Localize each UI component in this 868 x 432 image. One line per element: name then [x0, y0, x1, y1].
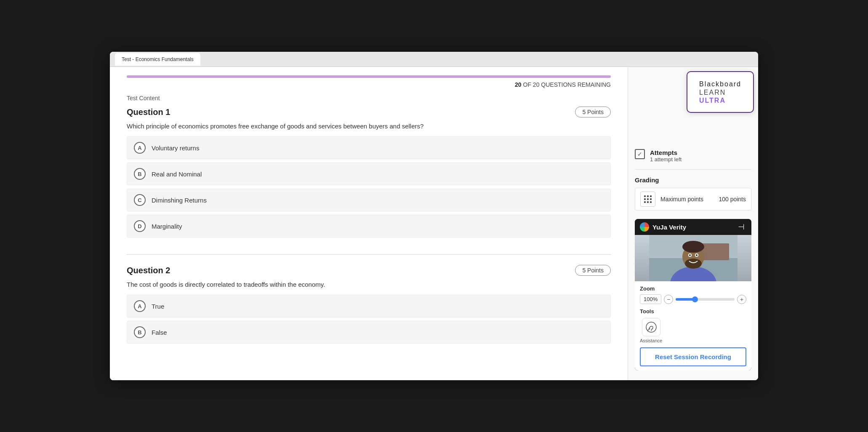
question-2-points: 5 Points	[575, 265, 611, 276]
yuja-webcam	[635, 235, 751, 281]
zoom-value: 100%	[640, 294, 661, 304]
option-1a[interactable]: A Voluntary returns	[127, 136, 611, 159]
zoom-plus-button[interactable]: +	[737, 295, 746, 304]
attempts-title: Attempts	[650, 149, 751, 156]
bb-logo-blackboard: Blackboard	[699, 80, 741, 88]
question-2-text: The cost of goods is directly correlated…	[127, 281, 611, 288]
bb-logo-overlay: Blackboard LEARN ULTRA	[687, 71, 754, 113]
question-2-block: Question 2 5 Points The cost of goods is…	[127, 265, 611, 344]
questions-remaining: 20 OF 20 QUESTIONS REMAINING	[127, 81, 611, 88]
option-2a-letter: A	[134, 300, 146, 312]
bb-logo-text: Blackboard LEARN ULTRA	[699, 80, 741, 104]
svg-rect-7	[647, 201, 649, 203]
webcam-person-bg	[635, 235, 751, 281]
zoom-row: 100% − +	[640, 294, 746, 304]
yuja-panel: YuJa Verity ⊣	[635, 219, 751, 371]
zoom-label: Zoom	[640, 285, 746, 292]
progress-bar-fill	[127, 75, 611, 78]
svg-rect-8	[650, 201, 652, 203]
svg-point-16	[682, 241, 704, 253]
option-2b[interactable]: B False	[127, 321, 611, 344]
option-1c[interactable]: C Diminshing Returns	[127, 189, 611, 211]
grading-icon	[640, 192, 655, 207]
progress-bar-bg	[127, 75, 611, 78]
option-2b-letter: B	[134, 326, 146, 338]
attempts-info: Attempts 1 attempt left	[650, 149, 751, 163]
question-2-title: Question 2	[127, 266, 170, 275]
yuja-logo-icon	[640, 222, 649, 232]
collapse-icon: ⊣	[738, 223, 745, 231]
bb-logo-sub: LEARN ULTRA	[699, 89, 741, 104]
tools-row: Assistance	[640, 318, 746, 343]
tools-label: Tools	[640, 308, 746, 315]
bb-logo-ultra: ULTRA	[699, 97, 741, 104]
option-1d[interactable]: D Marginality	[127, 215, 611, 237]
questions-remaining-label: OF 20 QUESTIONS REMAINING	[523, 81, 611, 88]
svg-rect-2	[650, 195, 652, 197]
yuja-controls: Zoom 100% − + Tools	[635, 281, 751, 371]
webcam-svg	[649, 235, 738, 281]
assistance-label: Assistance	[640, 338, 662, 343]
attempts-icon	[635, 149, 645, 159]
tab-label: Test - Economics Fundamentals	[122, 56, 194, 62]
browser-tab[interactable]: Test - Economics Fundamentals	[115, 53, 200, 66]
zoom-slider-fill	[676, 298, 693, 301]
assistance-icon	[642, 318, 660, 336]
yuja-collapse-button[interactable]: ⊣	[736, 222, 746, 232]
svg-rect-1	[647, 195, 649, 197]
question-divider	[127, 254, 611, 255]
question-1-text: Which principle of economics promotes fr…	[127, 123, 611, 130]
grading-row: Maximum points 100 points	[635, 188, 751, 211]
test-content-label: Test Content	[127, 95, 611, 101]
question-1-header: Question 1 5 Points	[127, 107, 611, 117]
assistance-tool[interactable]: Assistance	[640, 318, 662, 343]
option-1d-letter: D	[134, 220, 146, 232]
grading-title: Grading	[635, 176, 751, 184]
reset-session-button[interactable]: Reset Session Recording	[640, 347, 746, 366]
sidebar-divider-1	[635, 169, 751, 170]
svg-rect-3	[644, 198, 646, 200]
option-2b-text: False	[152, 329, 167, 336]
max-points-label: Maximum points	[660, 196, 714, 203]
svg-point-22	[649, 328, 650, 330]
bb-logo-learn: LEARN	[699, 89, 741, 96]
progress-bar-container	[127, 75, 611, 78]
option-2a[interactable]: A True	[127, 295, 611, 317]
svg-rect-4	[647, 198, 649, 200]
option-2a-text: True	[152, 303, 164, 310]
option-1c-text: Diminshing Returns	[152, 197, 207, 204]
max-points-value: 100 points	[719, 196, 746, 203]
content-area: 20 OF 20 QUESTIONS REMAINING Test Conten…	[110, 67, 758, 380]
yuja-title: YuJa Verity	[652, 224, 686, 231]
browser-window: Test - Economics Fundamentals 20 OF 20 Q…	[110, 52, 758, 380]
question-1-block: Question 1 5 Points Which principle of e…	[127, 107, 611, 237]
question-1-title: Question 1	[127, 107, 170, 117]
option-1a-text: Voluntary returns	[152, 144, 199, 152]
option-1b-letter: B	[134, 168, 146, 180]
svg-point-20	[696, 254, 698, 256]
questions-done: 20	[515, 81, 522, 88]
option-1a-letter: A	[134, 142, 146, 154]
question-2-header: Question 2 5 Points	[127, 265, 611, 276]
option-1c-letter: C	[134, 194, 146, 206]
svg-rect-5	[650, 198, 652, 200]
yuja-header-left: YuJa Verity	[640, 222, 686, 232]
attempts-detail: 1 attempt left	[650, 156, 751, 163]
zoom-slider-track[interactable]	[676, 298, 735, 301]
zoom-minus-button[interactable]: −	[664, 295, 673, 304]
svg-point-15	[685, 259, 702, 269]
option-1b-text: Real and Nominal	[152, 171, 202, 178]
grading-section: Grading	[635, 176, 751, 211]
svg-point-19	[689, 254, 691, 256]
main-content: 20 OF 20 QUESTIONS REMAINING Test Conten…	[110, 67, 628, 380]
attempts-section: Attempts 1 attempt left	[635, 149, 751, 163]
question-1-points: 5 Points	[575, 107, 611, 117]
option-1d-text: Marginality	[152, 223, 182, 230]
zoom-slider-thumb	[692, 296, 698, 302]
svg-rect-0	[644, 195, 646, 197]
browser-tab-bar: Test - Economics Fundamentals	[110, 52, 758, 67]
svg-rect-6	[644, 201, 646, 203]
yuja-header: YuJa Verity ⊣	[635, 219, 751, 235]
right-sidebar: Blackboard LEARN ULTRA Attempts 1 attemp…	[628, 67, 758, 380]
option-1b[interactable]: B Real and Nominal	[127, 163, 611, 185]
